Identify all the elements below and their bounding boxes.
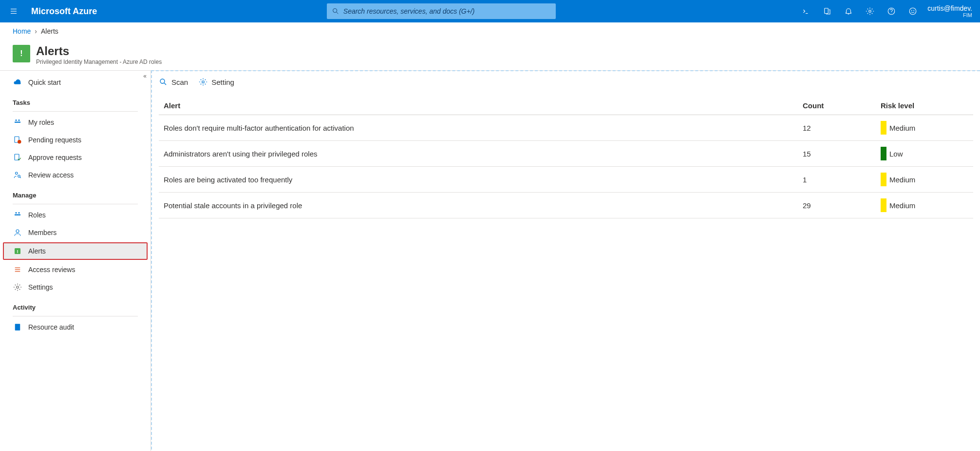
feedback-icon[interactable] [902,0,923,22]
cloud-shell-icon[interactable] [795,0,816,22]
svg-point-36 [202,81,205,83]
sidebar-item-approve-requests[interactable]: Approve requests [0,149,151,166]
alerts-blade-icon [13,45,30,62]
sidebar-section-tasks: Tasks [0,91,151,109]
svg-point-13 [914,10,914,11]
risk-swatch [881,147,886,160]
sidebar-item-members[interactable]: Members [0,224,151,241]
breadcrumb: Home › Alerts [0,22,980,40]
person-icon [13,228,22,237]
sidebar-section-activity: Activity [0,296,151,314]
sidebar-item-pending-requests[interactable]: Pending requests [0,131,151,149]
help-icon[interactable] [881,0,902,22]
list-icon [13,265,22,275]
svg-text:!: ! [17,249,19,254]
cell-alert: Potential stale accounts in a privileged… [159,193,798,218]
risk-label: Medium [889,124,915,132]
svg-point-23 [16,212,17,214]
top-bar: Microsoft Azure curtis@fimdev. FIM [0,0,980,22]
cell-alert: Roles are being activated too frequently [159,167,798,193]
brand[interactable]: Microsoft Azure [31,6,97,17]
table-row[interactable]: Potential stale accounts in a privileged… [159,193,973,218]
sidebar-item-label: Review access [28,171,74,179]
cell-risk: Medium [876,115,973,141]
search-icon [159,78,168,86]
sidebar-item-quick-start[interactable]: Quick start [0,74,151,91]
svg-point-34 [160,79,165,83]
audit-icon [13,322,22,332]
setting-button[interactable]: Setting [199,78,234,86]
roles-icon [13,118,22,127]
cell-alert: Administrators aren't using their privil… [159,141,798,167]
col-header-risk[interactable]: Risk level [876,95,973,115]
tool-label: Scan [171,78,188,86]
table-header-row: Alert Count Risk level [159,95,973,115]
alerts-table: Alert Count Risk level Roles don't requi… [152,93,980,218]
risk-label: Low [889,150,903,158]
table-row[interactable]: Roles are being activated too frequently… [159,167,973,193]
account-menu[interactable]: curtis@fimdev. FIM [927,4,976,18]
directory-filter-icon[interactable] [816,0,838,22]
review-icon [13,170,22,180]
svg-point-8 [869,10,871,13]
svg-point-26 [16,230,19,233]
scan-button[interactable]: Scan [159,78,188,86]
svg-rect-33 [15,324,20,331]
svg-point-32 [17,286,19,289]
sidebar-item-settings[interactable]: Settings [0,278,151,296]
svg-point-14 [16,119,17,121]
svg-point-12 [912,10,912,11]
gear-icon [13,282,22,292]
breadcrumb-current: Alerts [41,27,58,35]
sidebar-item-label: Approve requests [28,154,82,161]
col-header-count[interactable]: Count [798,95,876,115]
cell-count: 1 [798,167,876,193]
sidebar-item-label: My roles [28,118,54,126]
tool-label: Setting [211,78,234,86]
cloud-icon [13,78,22,87]
pending-icon [13,135,22,145]
svg-line-35 [164,83,166,85]
sidebar-item-label: Access reviews [28,266,75,274]
search-wrap [327,3,556,19]
sidebar-item-label: Quick start [28,78,61,86]
risk-swatch [881,198,886,212]
cell-count: 12 [798,115,876,141]
svg-point-11 [910,8,917,15]
risk-label: Medium [889,201,915,210]
page-title: Alerts [36,45,162,58]
sidebar-item-alerts[interactable]: ! Alerts [3,242,148,260]
cell-risk: Medium [876,193,973,218]
sidebar-item-access-reviews[interactable]: Access reviews [0,261,151,278]
sidebar-item-label: Pending requests [28,136,81,144]
main: Scan Setting Alert Count Risk level Role… [151,70,980,451]
search-input[interactable] [343,7,551,15]
svg-point-3 [333,9,337,13]
notifications-icon[interactable] [838,0,859,22]
sidebar-item-label: Members [28,229,57,236]
breadcrumb-home[interactable]: Home [13,27,31,35]
sidebar-item-resource-audit[interactable]: Resource audit [0,318,151,336]
alert-icon: ! [13,246,22,256]
sidebar-item-roles[interactable]: Roles [0,206,151,224]
svg-rect-6 [825,8,829,14]
svg-point-18 [18,140,21,144]
sidebar-item-my-roles[interactable]: My roles [0,114,151,131]
svg-line-22 [20,177,21,178]
menu-icon[interactable] [4,0,23,22]
risk-swatch [881,173,886,186]
search-box[interactable] [327,3,556,19]
page-header: Alerts Privileged Identity Management - … [0,40,980,71]
collapse-sidebar-icon[interactable]: « [143,73,147,79]
sidebar-item-review-access[interactable]: Review access [0,166,151,184]
col-header-alert[interactable]: Alert [159,95,798,115]
table-row[interactable]: Roles don't require multi-factor authent… [159,115,973,141]
gear-icon [199,78,207,86]
sidebar-item-label: Roles [28,211,46,219]
settings-icon[interactable] [859,0,881,22]
table-row[interactable]: Administrators aren't using their privil… [159,141,973,167]
sidebar: « Quick start Tasks My roles Pending req… [0,71,151,451]
toolbar: Scan Setting [152,71,980,93]
page-subtitle: Privileged Identity Management - Azure A… [36,59,162,65]
body: « Quick start Tasks My roles Pending req… [0,71,980,451]
